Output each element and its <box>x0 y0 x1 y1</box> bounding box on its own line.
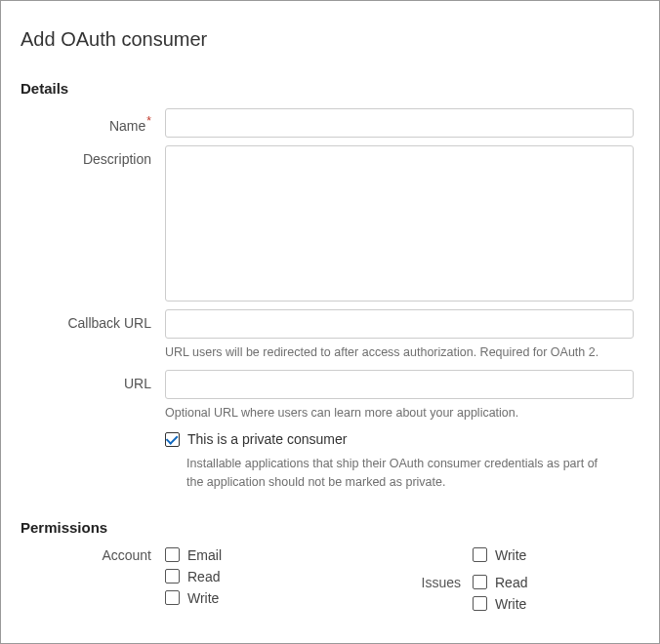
perm-issues-read: Read <box>473 575 527 590</box>
perm-issues-read-checkbox[interactable] <box>473 575 487 589</box>
perm-issues-write: Write <box>473 596 527 612</box>
label-description: Description <box>21 145 165 167</box>
page-title: Add OAuth consumer <box>21 28 634 51</box>
help-callback-url: URL users will be redirected to after ac… <box>165 344 634 362</box>
perm-issues-read-label: Read <box>495 575 527 590</box>
perm-group-label-account: Account <box>21 547 165 563</box>
perm-right-top-write-checkbox[interactable] <box>473 547 487 562</box>
perm-account-write-checkbox[interactable] <box>165 590 180 605</box>
row-name: Name* <box>21 108 634 138</box>
oauth-consumer-form: Add OAuth consumer Details Name* Descrip… <box>0 0 660 644</box>
perm-account-email: Email <box>165 547 222 563</box>
perm-col-left: Email Read Write <box>165 547 394 612</box>
perm-right-top-write: Write <box>473 547 526 563</box>
perm-account-write: Write <box>165 590 222 606</box>
perm-checks-account: Email Read Write <box>165 547 222 606</box>
url-input[interactable] <box>165 370 634 399</box>
perm-account-read-label: Read <box>187 569 220 584</box>
row-callback-url: Callback URL URL users will be redirecte… <box>21 309 634 362</box>
row-url: URL Optional URL where users can learn m… <box>21 370 634 423</box>
row-private-consumer: This is a private consumer Installable a… <box>21 429 634 492</box>
label-name: Name* <box>21 108 165 134</box>
perm-col-right: Write Issues Read Write <box>404 547 634 612</box>
perm-line-right-top: Write <box>404 547 634 563</box>
perm-issues-write-label: Write <box>495 596 526 612</box>
perm-issues-write-checkbox[interactable] <box>473 596 487 611</box>
label-url: URL <box>21 370 165 391</box>
perm-account-email-label: Email <box>187 547 222 563</box>
perm-account-read-checkbox[interactable] <box>165 569 180 584</box>
label-callback-url: Callback URL <box>21 309 165 331</box>
row-description: Description <box>21 145 634 302</box>
perm-cols: Email Read Write <box>165 547 634 612</box>
wrap-url: Optional URL where users can learn more … <box>165 370 634 423</box>
private-consumer-label: This is a private consumer <box>187 431 347 447</box>
name-input[interactable] <box>165 108 634 138</box>
perm-account-email-checkbox[interactable] <box>165 547 180 562</box>
perm-checks-issues: Read Write <box>473 575 527 612</box>
perm-group-label-issues: Issues <box>404 575 473 590</box>
private-consumer-checkbox[interactable] <box>165 432 180 447</box>
callback-url-input[interactable] <box>165 309 634 339</box>
perm-line-issues: Issues Read Write <box>404 575 634 612</box>
perm-checks-right-top: Write <box>473 547 526 563</box>
label-name-text: Name <box>109 118 145 134</box>
perm-line-account: Email Read Write <box>165 547 394 606</box>
private-consumer-help: Installable applications that ship their… <box>186 455 616 492</box>
permissions-row: Account Email Read <box>21 547 634 612</box>
private-consumer-line: This is a private consumer <box>165 431 634 447</box>
perm-account-read: Read <box>165 569 222 584</box>
description-textarea[interactable] <box>165 145 634 302</box>
label-private-spacer <box>21 429 165 435</box>
wrap-name <box>165 108 634 138</box>
section-title-permissions: Permissions <box>21 519 634 536</box>
wrap-private: This is a private consumer Installable a… <box>165 429 634 492</box>
perm-account-write-label: Write <box>187 590 219 606</box>
perm-right-top-write-label: Write <box>495 547 526 563</box>
required-asterisk: * <box>146 114 151 128</box>
wrap-callback-url: URL users will be redirected to after ac… <box>165 309 634 362</box>
wrap-description <box>165 145 634 302</box>
help-url: Optional URL where users can learn more … <box>165 405 634 423</box>
section-title-details: Details <box>21 80 634 97</box>
